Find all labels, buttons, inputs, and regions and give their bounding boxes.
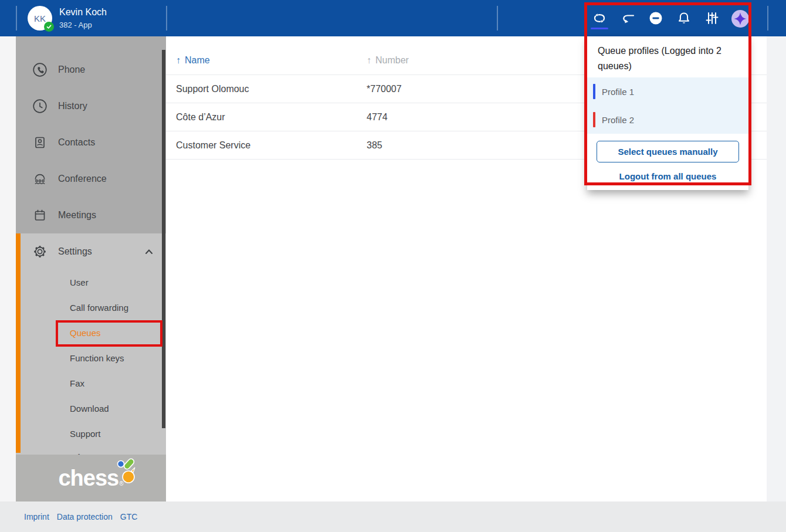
user-name: Kevin Koch: [59, 7, 107, 18]
profile-label: Profile 1: [602, 87, 634, 97]
footer-link-gtc[interactable]: GTC: [120, 512, 138, 521]
footer-link-data-protection[interactable]: Data protection: [57, 512, 113, 521]
sidebar-item-label: Settings: [58, 246, 92, 257]
header-divider: [16, 6, 17, 31]
contacts-card-icon: [32, 135, 48, 150]
active-icon-underline: [591, 28, 608, 29]
settings-item-label: Queues: [70, 328, 101, 338]
sidebar-item-label: Contacts: [58, 137, 95, 148]
queue-number: 4774: [367, 112, 388, 123]
queue-name: Support Olomouc: [176, 84, 367, 94]
sidebar-settings-section: Settings User Call forwarding Queues Fun…: [16, 233, 166, 455]
settings-item-label: Fax: [70, 378, 84, 388]
sidebar-item-meetings[interactable]: Meetings: [16, 197, 166, 233]
profile-item-1[interactable]: Profile 1: [587, 77, 748, 106]
profile-color-bar: [593, 112, 595, 127]
queue-number: *770007: [367, 84, 402, 94]
chess-logo-molecule-icon: [114, 458, 141, 489]
queue-profiles-popup: Queue profiles (Logged into 2 queues) Pr…: [587, 36, 748, 190]
footer-link-imprint[interactable]: Imprint: [24, 512, 49, 521]
brand-band: chess ®: [16, 455, 166, 501]
call-redirect-icon[interactable]: [619, 10, 636, 26]
settings-item-fax[interactable]: Fax: [70, 371, 84, 396]
do-not-disturb-icon[interactable]: [648, 10, 664, 26]
sidebar-item-settings[interactable]: Settings: [16, 233, 166, 270]
settings-item-label: Call forwarding: [70, 303, 128, 313]
settings-item-download[interactable]: Download: [70, 396, 109, 421]
sidebar-item-label: Phone: [58, 65, 85, 75]
gear-icon: [32, 244, 48, 259]
sidebar: Phone History Contacts: [16, 36, 166, 501]
notifications-bell-icon[interactable]: [676, 10, 692, 26]
settings-item-label: Function keys: [70, 353, 124, 363]
presence-available-icon: [44, 22, 54, 32]
sort-asc-icon: ↑: [367, 55, 371, 66]
footer: Imprint Data protection GTC: [0, 501, 786, 532]
avatar-initials: KK: [34, 13, 46, 23]
sidebar-scrollbar[interactable]: [162, 50, 165, 428]
settings-item-label: User: [70, 277, 89, 287]
header-divider: [166, 6, 167, 31]
profile-color-bar: [593, 84, 595, 99]
column-header-name[interactable]: ↑ Name: [176, 55, 367, 66]
settings-item-support[interactable]: Support: [70, 421, 101, 446]
settings-item-function-keys[interactable]: Function keys: [70, 345, 124, 371]
sidebar-nav: Phone History Contacts: [16, 36, 166, 233]
profile-label: Profile 2: [602, 115, 634, 125]
sidebar-item-contacts[interactable]: Contacts: [16, 124, 166, 161]
sidebar-item-label: Meetings: [58, 210, 96, 221]
profiles-list: Profile 1 Profile 2: [587, 77, 748, 134]
settings-item-label: Download: [70, 404, 109, 414]
chess-logo-text: chess: [58, 466, 118, 491]
sidebar-item-history[interactable]: History: [16, 88, 166, 124]
chess-logo: chess ®: [58, 466, 123, 491]
settings-item-queues[interactable]: Queues: [70, 320, 101, 345]
select-queues-manually-button[interactable]: Select queues manually: [597, 141, 739, 162]
header-divider: [497, 6, 498, 31]
sidebar-item-conference[interactable]: Conference: [16, 161, 166, 197]
user-extension: 382 - App: [59, 21, 92, 29]
app-header: KK Kevin Koch 382 - App: [0, 0, 786, 36]
calendar-icon: [32, 208, 48, 223]
queue-number: 385: [367, 140, 382, 151]
assistant-sparkle-icon[interactable]: [731, 10, 748, 26]
settings-item-user[interactable]: User: [70, 270, 89, 295]
settings-item-info[interactable]: Info: [70, 445, 84, 455]
logout-from-all-queues-link[interactable]: Logout from all queues: [587, 171, 748, 185]
column-header-number[interactable]: ↑ Number: [367, 55, 409, 66]
popup-title: Queue profiles (Logged into 2 queues): [587, 36, 748, 74]
sort-asc-icon: ↑: [176, 55, 181, 66]
phone-icon: [32, 62, 48, 77]
queue-name: Côte d’Azur: [176, 112, 367, 123]
audio-settings-icon[interactable]: [704, 10, 720, 26]
chevron-up-icon: [144, 246, 154, 257]
left-gutter: [0, 36, 16, 501]
column-label: Name: [185, 55, 210, 66]
history-clock-icon: [32, 99, 48, 114]
sidebar-item-phone[interactable]: Phone: [16, 52, 166, 88]
column-label: Number: [375, 55, 409, 66]
settings-item-label: Support: [70, 429, 101, 439]
queue-name: Customer Service: [176, 140, 367, 151]
sidebar-item-label: Conference: [58, 174, 107, 184]
header-divider: [767, 6, 768, 31]
right-gutter: [767, 36, 786, 501]
profile-item-2[interactable]: Profile 2: [587, 106, 748, 134]
sidebar-item-label: History: [58, 101, 87, 111]
settings-item-call-forwarding[interactable]: Call forwarding: [70, 295, 128, 320]
queue-profiles-icon[interactable]: [591, 10, 608, 26]
conference-icon: [32, 171, 48, 187]
avatar[interactable]: KK: [28, 6, 52, 31]
